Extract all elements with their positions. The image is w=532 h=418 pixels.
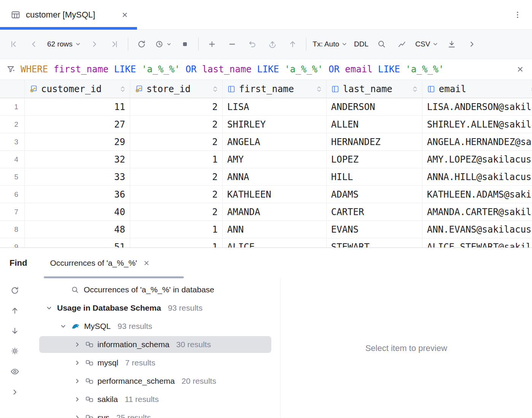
grid-cell[interactable]: LISA.ANDERSON@sakilacustomer.org	[422, 98, 532, 115]
grid-cell[interactable]: ANDERSON	[327, 98, 422, 115]
rows-count-dropdown[interactable]: 62 rows	[47, 37, 81, 51]
filter-expression[interactable]: WHERE first_name LIKE 'a_%_%' OR last_na…	[21, 64, 511, 75]
ddl-button[interactable]: DDL	[354, 37, 368, 51]
grid-cell[interactable]: 2	[130, 203, 223, 220]
filter-close-icon[interactable]	[516, 65, 524, 73]
next-occurrence-button[interactable]	[10, 326, 19, 335]
expand-strip-chevron-icon[interactable]	[10, 388, 19, 397]
schedule-refresh-dropdown[interactable]	[155, 37, 172, 51]
tx-mode-dropdown[interactable]: Tx: Auto	[313, 37, 348, 51]
stop-button[interactable]	[178, 37, 192, 51]
row-number[interactable]: 1	[0, 98, 25, 115]
export-format-dropdown[interactable]: CSV	[415, 37, 438, 51]
grid-cell[interactable]: 29	[25, 133, 130, 150]
grid-cell[interactable]: AMY	[223, 151, 327, 168]
submit-button[interactable]	[266, 37, 279, 51]
chevron-right-icon[interactable]	[73, 340, 81, 349]
more-toolbar-button[interactable]	[465, 37, 479, 51]
grid-cell[interactable]: 2	[130, 168, 223, 185]
chevron-right-icon[interactable]	[73, 413, 81, 418]
find-in-grid-button[interactable]	[375, 37, 389, 51]
grid-cell[interactable]: 1	[130, 221, 223, 238]
grid-cell[interactable]: SHIRLEY.ALLEN@sakilacustomer.org	[422, 116, 532, 133]
previous-occurrence-button[interactable]	[10, 306, 19, 315]
row-number[interactable]: 5	[0, 168, 25, 185]
first-page-button[interactable]	[7, 37, 21, 51]
grid-cell[interactable]: AMY.LOPEZ@sakilacustomer.org	[422, 151, 532, 168]
chevron-down-icon[interactable]	[45, 304, 53, 312]
column-header-email[interactable]: email	[422, 80, 532, 98]
sort-icon[interactable]	[413, 85, 417, 93]
tree-node-MySQL[interactable]: MySQL93 results	[30, 317, 280, 335]
tree-node-performance_schema[interactable]: performance_schema20 results	[30, 372, 280, 390]
delete-row-button[interactable]	[225, 37, 239, 51]
grid-cell[interactable]: ADAMS	[327, 186, 422, 203]
grid-cell[interactable]: ANNA.HILL@sakilacustomer.org	[422, 168, 532, 185]
tree-node-sys[interactable]: sys25 results	[30, 408, 280, 418]
grid-cell[interactable]: KATHLEEN.ADAMS@sakilacustomer.org	[422, 186, 532, 203]
grid-cell[interactable]: ALICE	[223, 238, 327, 247]
sort-icon[interactable]	[317, 85, 322, 93]
grid-cell[interactable]: HERNANDEZ	[327, 133, 422, 150]
grid-cell[interactable]: HILL	[327, 168, 422, 185]
grid-cell[interactable]: LISA	[223, 98, 327, 115]
column-header-first_name[interactable]: first_name	[223, 80, 327, 98]
chevron-right-icon[interactable]	[73, 359, 81, 367]
grid-cell[interactable]: CARTER	[327, 203, 422, 220]
row-number[interactable]: 9	[0, 238, 25, 247]
grid-cell[interactable]: 2	[130, 186, 223, 203]
grid-cell[interactable]: SHIRLEY	[223, 116, 327, 133]
grid-cell[interactable]: 11	[25, 98, 130, 115]
prev-page-button[interactable]	[27, 37, 41, 51]
grid-cell[interactable]: 48	[25, 221, 130, 238]
filter-icon[interactable]	[6, 64, 16, 74]
grid-cell[interactable]: KATHLEEN	[223, 186, 327, 203]
sort-icon[interactable]	[120, 85, 125, 93]
preview-eye-icon[interactable]	[10, 367, 20, 377]
chevron-down-icon[interactable]	[59, 322, 67, 330]
row-number[interactable]: 8	[0, 221, 25, 238]
grid-cell[interactable]: 1	[130, 238, 223, 247]
grid-cell[interactable]: ANN	[223, 221, 327, 238]
grid-cell[interactable]: AMANDA.CARTER@sakilacustomer.org	[422, 203, 532, 220]
find-refresh-button[interactable]	[10, 286, 19, 295]
column-header-customer_id[interactable]: customer_id	[25, 80, 130, 98]
grid-cell[interactable]: ALICE.STEWART@sakilacustomer.org	[422, 238, 532, 247]
tree-node-information_schema[interactable]: information_schema30 results	[30, 335, 280, 354]
grid-cell[interactable]: 33	[25, 168, 130, 185]
last-page-button[interactable]	[108, 37, 121, 51]
grid-cell[interactable]: 2	[130, 116, 223, 133]
export-button[interactable]	[445, 37, 459, 51]
settings-gear-icon[interactable]	[10, 346, 19, 356]
grid-cell[interactable]: 1	[130, 151, 223, 168]
kebab-menu-icon[interactable]	[513, 10, 522, 19]
find-tab-occurrences[interactable]: Occurrences of 'a_%_%'	[50, 258, 150, 268]
row-number[interactable]: 6	[0, 186, 25, 203]
row-number[interactable]: 4	[0, 151, 25, 168]
next-page-button[interactable]	[88, 37, 101, 51]
grid-cell[interactable]: 51	[25, 238, 130, 247]
grid-cell[interactable]: 2	[130, 133, 223, 150]
chevron-right-icon[interactable]	[73, 395, 81, 404]
tab-close-icon[interactable]	[121, 11, 129, 19]
revert-changes-button[interactable]	[245, 37, 259, 51]
grid-cell[interactable]: 27	[25, 116, 130, 133]
column-header-store_id[interactable]: store_id	[130, 80, 223, 98]
chevron-right-icon[interactable]	[73, 377, 81, 385]
chart-button[interactable]	[395, 37, 409, 51]
grid-cell[interactable]: ANGELA	[223, 133, 327, 150]
grid-cell[interactable]: ANN.EVANS@sakilacustomer.org	[422, 221, 532, 238]
tree-node-Usage in Database Schema[interactable]: Usage in Database Schema93 results	[30, 299, 280, 317]
grid-cell[interactable]: 40	[25, 203, 130, 220]
refresh-button[interactable]	[135, 37, 148, 51]
grid-cell[interactable]: ANNA	[223, 168, 327, 185]
grid-cell[interactable]: EVANS	[327, 221, 422, 238]
sort-icon[interactable]	[213, 85, 218, 93]
grid-cell[interactable]: ALLEN	[327, 116, 422, 133]
grid-cell[interactable]: 2	[130, 98, 223, 115]
grid-cell[interactable]: 36	[25, 186, 130, 203]
add-row-button[interactable]	[205, 37, 219, 51]
grid-cell[interactable]: STEWART	[327, 238, 422, 247]
tab-customer-mysql[interactable]: customer [MySQL]	[0, 0, 137, 29]
row-number[interactable]: 2	[0, 116, 25, 133]
